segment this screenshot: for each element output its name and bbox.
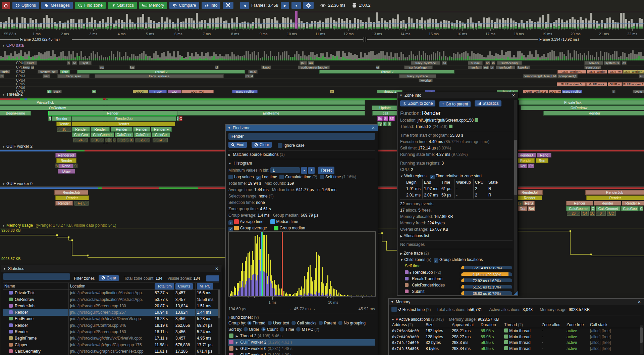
child-zone-row[interactable]: CalcRenderNodes 51.51 us (1.15%) [400,282,513,289]
child-zones-row[interactable]: ▼ Child zones (5) Group children locatio… [400,257,513,263]
table-row[interactable]: Renderjni/../jni/src/guif/Screen.cpp:150… [3,329,219,335]
sort-by-radio[interactable] [244,327,248,331]
active-allocations-row[interactable]: ▼ ♥ Active allocations (3,043) Memory us… [391,316,641,322]
child-zone-row[interactable]: Self time 172.14 us (3.83%) [400,263,513,269]
memory-col-header[interactable]: Thread (?) [503,322,541,328]
zone-info-scrollbar[interactable] [514,100,517,293]
group-by-radio[interactable] [247,321,252,325]
group-by-radio[interactable] [291,321,296,325]
collapse-icon[interactable]: ▼ [391,300,394,304]
close-icon[interactable]: ✕ [371,126,376,130]
legend-checkbox[interactable] [228,227,233,231]
memory-col-header[interactable]: Zone free [566,322,589,328]
zoom-to-zone-button[interactable]: Zoom to zone [400,100,435,106]
reset-button[interactable]: Reset [318,167,334,174]
memory-col-header[interactable]: Zone alloc [541,322,566,328]
close-icon[interactable]: ✕ [511,93,516,98]
child-zone-row[interactable]: ▶ RenderJob (×2) 4.16 ms (92.60%) [400,269,513,276]
go-to-parent-button[interactable]: ↑Go to parent [439,101,471,107]
table-row[interactable]: Clipperjni/../jni/src/claw/gfx/geo/Clipp… [3,342,219,348]
find-zone-titlebar[interactable]: ▼ Find zone ✕ [226,125,378,131]
table-row[interactable]: OnRedrawjni/../jni/src/claw/application/… [3,297,219,303]
table-row[interactable]: EndFramejni/../jni/src/claw/gfx/drv/vk/D… [3,316,219,322]
zone-trace-row[interactable]: ▶ Zone trace (2) [400,250,513,257]
expand-icon[interactable]: ▶ [236,347,238,351]
memory-col-header[interactable]: Appeared at [451,322,480,328]
partial-button[interactable] [206,275,219,281]
collapse-icon[interactable]: ▼ [3,267,6,270]
memory-titlebar[interactable]: ▼ Memory ✕ [389,299,644,305]
table-row[interactable]: Renderjni/../jni/src/guif/Control.cpp:34… [3,322,219,329]
clear-filter-button[interactable]: Clear [99,275,119,281]
found-zone-group[interactable]: ▶ GUIF worker 1 (3,192) 4.39 s [228,352,375,355]
statistics-titlebar[interactable]: ▼ Statistics ✕ [1,265,221,272]
wait-regions-row[interactable]: ▼ Wait regions Time relative to zone sta… [400,173,513,179]
search-input[interactable]: Render [228,133,375,140]
sort-by-radio[interactable] [280,327,284,331]
memory-row[interactable]: 0x7dfc53d8988 bytes298.34 ms59.95 s Main… [391,346,641,352]
restrict-time-checkbox[interactable] [391,307,397,312]
group-by-radio[interactable] [268,321,272,325]
allocations-list-row[interactable]: ▶ Allocations list [400,233,513,239]
legend-checkbox[interactable] [228,220,233,225]
expand-icon[interactable]: ▶ [410,271,412,274]
log-time-checkbox[interactable] [256,176,261,180]
memory-col-header[interactable]: Size [425,322,451,328]
time-relative-checkbox[interactable] [430,175,435,179]
zone-statistics-button[interactable]: Statistics [475,100,501,106]
memory-row[interactable]: 0x7e049b3d00128 bytes298.27 ms59.95 s Ma… [391,334,641,340]
statistics-scrollbar[interactable] [218,289,220,354]
memory-col-header[interactable]: Duration [480,322,503,328]
expand-icon[interactable]: ▶ [236,341,238,344]
found-zone-group[interactable]: ▶ GUIF worker 2 (3,296) 4.61 s [228,339,375,346]
resize-grip[interactable] [514,291,518,295]
collapse-icon[interactable]: ▼ [228,126,231,130]
find-button[interactable]: Find [228,142,247,148]
cumulate-time-checkbox[interactable] [279,175,284,179]
clear-button[interactable]: Clear [252,142,272,148]
child-zone-row[interactable]: RecalcTransform 72.92 us (1.62%) [400,276,513,282]
sort-by-radio[interactable] [296,327,301,331]
minus-button[interactable]: - [301,167,307,174]
filter-input[interactable] [3,273,70,280]
ignore-case-checkbox[interactable] [278,143,282,148]
table-row[interactable]: CalcGeometryjni/../jni/src/claw/graphics… [3,348,219,355]
memory-col-header[interactable]: Call stack [589,322,636,328]
found-zone-group[interactable]: ▶ Thread-2 (4,105) 6.46 s [228,333,375,339]
histogram-bar [237,283,238,295]
sort-by-radio[interactable] [261,327,266,331]
memory-col-header[interactable]: Address (?) [391,322,425,328]
stat-col-header[interactable]: Total tim [153,283,174,290]
memory-row[interactable]: 0x7dfaa64e00192 bytes298.21 ms59.95 s Ma… [391,328,641,334]
expand-icon[interactable]: ▶ [236,354,238,355]
group-children-checkbox[interactable] [434,258,438,263]
table-row[interactable]: Renderjni/../jni/src/guif/Screen.cpp:257… [3,309,219,316]
self-time-checkbox[interactable] [320,175,324,179]
memory-row[interactable]: 0x7dfc42d64032 bytes298.3 ms59.95 s Main… [391,340,641,346]
table-row[interactable]: BeginFramejni/../jni/src/claw/gfx/drv/vk… [3,335,219,342]
group-by-radio[interactable] [338,321,342,325]
expand-icon[interactable]: ▶ [236,335,238,338]
histogram-section-row[interactable]: ▼ Histogram [228,160,375,167]
legend-label: Average time [239,219,265,224]
plus-button[interactable]: + [308,167,315,174]
table-row[interactable]: PrivateTickjni/../jni/src/claw/applicati… [3,290,219,296]
mem-zone-alloc-cell: - [541,346,566,352]
thread-color-swatch[interactable] [449,125,452,128]
matched-source-locations-row[interactable]: ▶ Matched source locations (1) [228,151,375,158]
log-values-checkbox[interactable] [228,175,233,179]
found-zone-group[interactable]: ▶ GUIF worker 0 (3,231) 4.48 s [228,346,375,352]
histogram-panel[interactable] [228,231,376,297]
memory-scrollbar[interactable] [640,325,643,354]
child-zone-row[interactable]: Submit 35.63 us (0.79%) [400,289,513,295]
group-by-radio[interactable] [319,321,323,325]
min-bin-input[interactable]: 1 [270,167,300,173]
zone-info-titlebar[interactable]: ▼ Zone info ✕ [397,92,518,98]
collapse-icon[interactable]: ▼ [399,94,402,97]
close-icon[interactable]: ✕ [637,300,642,304]
stat-col-header[interactable]: MTPC [196,283,219,290]
stat-col-header[interactable]: Counts [174,283,196,290]
location-color-swatch[interactable] [475,118,478,122]
table-row[interactable]: RenderJobjni/../jni/src/guif/Screen.cpp:… [3,303,219,309]
close-icon[interactable]: ✕ [214,266,219,271]
